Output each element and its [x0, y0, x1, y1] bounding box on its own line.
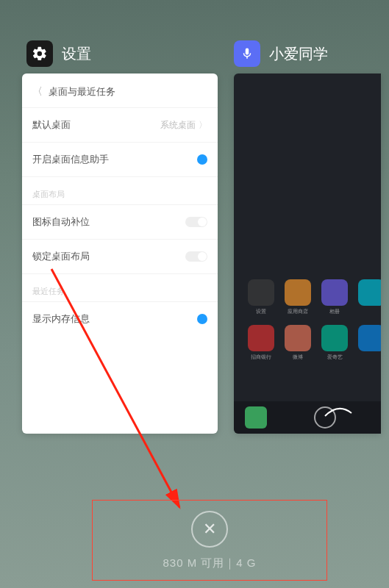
row-label: 显示内存信息 [32, 312, 90, 326]
app-icon-label: 爱奇艺 [327, 354, 343, 361]
toggle-show-memory[interactable] [182, 313, 207, 325]
section-title-recent: 最近任务 [22, 273, 218, 301]
gear-icon [26, 40, 53, 67]
app-title: 小爱同学 [269, 44, 328, 64]
recent-app-header-settings: 设置 [26, 40, 91, 67]
row-value: 系统桌面 〉 [160, 119, 207, 132]
swipe-gesture-icon [324, 406, 353, 417]
homescreen-app-icon[interactable]: 设置 [246, 279, 276, 316]
microphone-icon [234, 40, 260, 67]
app-icon-box [248, 279, 274, 306]
recent-app-card-settings[interactable]: 〈 桌面与最近任务 默认桌面 系统桌面 〉 开启桌面信息助手 桌面布局 图标自动… [22, 74, 218, 434]
toggle-lock-layout[interactable] [185, 251, 207, 262]
recent-app-card-xiaoai[interactable]: 设置应用商店相册招商银行微博爱奇艺 [234, 74, 381, 434]
app-icon-box [358, 325, 381, 351]
homescreen-app-icon[interactable]: 微博 [282, 325, 313, 362]
app-icon-box [285, 279, 311, 306]
homescreen-app-icon[interactable]: 应用商店 [282, 279, 313, 316]
chevron-right-icon: 〉 [199, 119, 207, 132]
close-icon: ✕ [203, 521, 216, 537]
app-icon-box [321, 279, 348, 306]
row-label: 锁定桌面布局 [32, 250, 90, 263]
row-label: 默认桌面 [32, 118, 71, 132]
row-lock-layout[interactable]: 锁定桌面布局 [22, 239, 218, 273]
settings-header[interactable]: 〈 桌面与最近任务 [22, 74, 218, 107]
row-show-memory[interactable]: 显示内存信息 [22, 301, 218, 336]
clear-all-button[interactable]: ✕ [191, 511, 228, 548]
row-auto-fill[interactable]: 图标自动补位 [22, 204, 218, 239]
page-title: 桌面与最近任务 [49, 85, 115, 98]
recent-app-header-xiaoai: 小爱同学 [234, 40, 328, 67]
annotation-highlight-box: ✕ 830 M 可用｜4 G [92, 500, 327, 581]
row-label: 开启桌面信息助手 [32, 153, 109, 166]
app-icon-label: 相册 [329, 308, 340, 315]
app-icon-label: 招商银行 [251, 354, 271, 361]
row-value-text: 系统桌面 [160, 119, 196, 132]
back-chevron-icon[interactable]: 〈 [32, 85, 43, 98]
app-icon-label: 应用商店 [288, 308, 308, 315]
homescreen-app-icon[interactable] [356, 279, 381, 316]
phone-icon[interactable] [245, 406, 267, 429]
app-icon-box [285, 325, 311, 351]
homescreen-icon-grid: 设置应用商店相册招商银行微博爱奇艺 [246, 279, 381, 362]
row-label: 图标自动补位 [32, 215, 90, 229]
homescreen-app-icon[interactable] [356, 325, 381, 362]
section-title-layout: 桌面布局 [22, 176, 218, 204]
homescreen-app-icon[interactable]: 相册 [319, 279, 350, 316]
app-icon-label: 微博 [293, 354, 303, 361]
app-icon-box [321, 325, 348, 351]
app-title: 设置 [62, 44, 91, 64]
row-info-assistant[interactable]: 开启桌面信息助手 [22, 142, 218, 176]
toggle-auto-fill[interactable] [185, 217, 207, 227]
homescreen-app-icon[interactable]: 爱奇艺 [319, 325, 350, 362]
app-icon-label: 设置 [256, 308, 266, 315]
toggle-info-assistant[interactable] [182, 154, 207, 165]
memory-status: 830 M 可用｜4 G [163, 556, 256, 570]
homescreen-app-icon[interactable]: 招商银行 [246, 325, 276, 362]
homescreen-dock [234, 401, 381, 434]
app-icon-box [248, 325, 274, 351]
app-icon-box [358, 279, 381, 306]
row-default-desktop[interactable]: 默认桌面 系统桌面 〉 [22, 107, 218, 142]
